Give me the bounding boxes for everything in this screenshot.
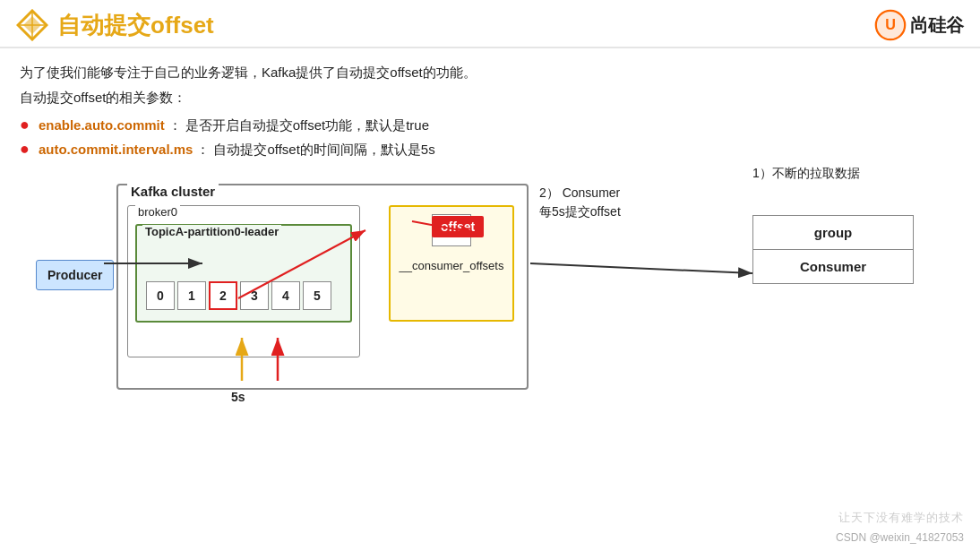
topic-box: TopicA-partition0-leader 0 1 2 3 4 5: [135, 224, 352, 323]
consumer-box: Consumer: [752, 250, 914, 284]
cell-0: 0: [146, 281, 175, 310]
cell-2: 2: [209, 281, 237, 310]
offset-label-box: offset: [432, 216, 484, 237]
svg-text:U: U: [885, 16, 896, 32]
param-list: ● enable.auto.commit ： 是否开启自动提交offset功能，…: [20, 116, 960, 159]
kafka-cluster-label: Kafka cluster: [127, 184, 219, 199]
cell-5: 5: [303, 281, 331, 310]
logo-text: 尚硅谷: [910, 13, 964, 38]
watermark-line1: 让天下没有难学的技术: [838, 510, 964, 526]
param-desc-2: 自动提交offset的时间间隔，默认是5s: [213, 142, 434, 159]
param-desc-1: 是否开启自动提交offset功能，默认是true: [185, 117, 429, 134]
watermark-line2: CSDN @weixin_41827053: [836, 531, 964, 544]
consumer-note-line2: 每5s提交offset: [539, 202, 621, 221]
label-1: 1）不断的拉取数据: [752, 166, 860, 182]
producer-box: Producer: [36, 260, 114, 290]
content-area: 为了使我们能够专注于自己的业务逻辑，Kafka提供了自动提交offset的功能。…: [0, 48, 980, 433]
svg-line-13: [530, 263, 752, 273]
logo: U 尚硅谷: [874, 9, 964, 41]
diamond-icon: [16, 9, 48, 41]
group-consumer-area: group Consumer: [752, 215, 914, 284]
intro-line1: 为了使我们能够专注于自己的业务逻辑，Kafka提供了自动提交offset的功能。: [20, 61, 960, 84]
consumer-note-line1: 2） Consumer: [539, 184, 621, 202]
page-title: 自动提交offset: [57, 10, 874, 41]
bullet-2: ●: [20, 140, 30, 159]
cell-3: 3: [240, 281, 269, 310]
bullet-1: ●: [20, 116, 30, 134]
five-s-label: 5s: [231, 390, 245, 404]
cell-1: 1: [177, 281, 206, 310]
topic-label: TopicA-partition0-leader: [142, 225, 281, 238]
logo-icon: U: [874, 9, 907, 41]
cell-4: 4: [271, 281, 300, 310]
kafka-cluster-box: Kafka cluster broker0 TopicA-partition0-…: [116, 184, 529, 390]
producer-label: Producer: [47, 268, 102, 282]
broker0-label: broker0: [135, 205, 180, 219]
param-item-2: ● auto.commit.interval.ms ： 自动提交offset的时…: [20, 140, 960, 159]
param-item-1: ● enable.auto.commit ： 是否开启自动提交offset功能，…: [20, 116, 960, 134]
diagram-area: Producer Kafka cluster broker0 TopicA-pa…: [36, 166, 960, 426]
param-key-1: enable.auto.commit: [39, 117, 165, 133]
header: 自动提交offset U 尚硅谷: [0, 0, 980, 48]
intro-line2: 自动提交offset的相关参数：: [20, 86, 960, 109]
broker0-box: broker0 TopicA-partition0-leader 0 1 2 3…: [127, 205, 360, 357]
param-sep-1: ：: [168, 117, 182, 134]
param-key-2: auto.commit.interval.ms: [39, 142, 193, 157]
param-sep-2: ：: [196, 142, 210, 159]
consumer-note: 2） Consumer 每5s提交offset: [539, 184, 621, 221]
partition-cells: 0 1 2 3 4 5: [146, 281, 331, 310]
group-box: group: [752, 215, 914, 250]
consumer-offsets-label: __consumer_offsets: [400, 259, 504, 272]
